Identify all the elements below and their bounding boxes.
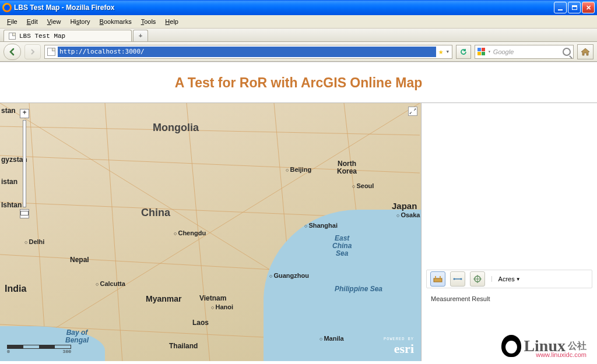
city-label: Hanoi [211,303,233,310]
country-label: Myanmar [146,294,181,303]
penguin-icon [501,335,521,357]
svg-line-4 [29,103,47,361]
zoom-slider[interactable]: + − [20,109,29,225]
measure-location-button[interactable] [470,271,485,287]
svg-rect-14 [440,276,441,278]
menubar: FFileile Edit View History Bookmarks Too… [0,15,597,28]
country-label: Nepal [70,256,89,264]
menu-help[interactable]: Help [160,17,183,26]
city-label: Beijing [286,166,311,173]
reload-button[interactable] [456,45,471,59]
search-icon[interactable] [563,48,571,56]
svg-point-17 [461,278,462,280]
site-icon [47,48,55,56]
sea-label: East China Sea [332,235,352,258]
city-label: Chengdu [174,229,206,236]
city-label: Manila [319,335,344,342]
tab-title: LBS Test Map [19,33,65,40]
menu-file[interactable]: FFileile [2,17,22,26]
measurement-result-label: Measurement Result [431,295,490,302]
page-title: A Test for RoR with ArcGIS Online Map [0,62,597,103]
url-bar[interactable]: ★ ▾ [44,45,452,59]
zoom-track[interactable] [23,120,26,207]
svg-line-0 [0,126,420,135]
watermark: Linux公社 www.linuxidc.com [501,335,587,357]
close-button[interactable]: ✕ [582,2,595,13]
window-title: LBS Test Map - Mozilla Firefox [14,3,554,12]
measurement-toolbar: | Acres ▼ [426,270,592,288]
menu-bookmarks[interactable]: Bookmarks [95,17,136,26]
country-label: Ishtan [1,201,22,209]
page-icon [9,33,16,40]
search-placeholder: Google [493,48,560,55]
unit-select[interactable]: Acres ▼ [498,275,521,282]
country-label: Vietnam [199,294,226,302]
country-label: China [141,207,170,219]
side-panel: | Acres ▼ Measurement Result [421,103,597,361]
map-canvas[interactable]: Mongolia China India Nepal Myanmar Vietn… [0,103,421,361]
forward-button[interactable] [24,44,41,59]
back-button[interactable] [3,44,21,60]
menu-edit[interactable]: Edit [22,17,43,26]
city-label: Calcutta [96,280,125,287]
city-label: Seoul [352,182,374,189]
country-label: India [5,284,26,294]
tab-strip: LBS Test Map + [0,28,597,42]
menu-tools[interactable]: Tools [136,17,161,26]
country-label: Mongolia [153,122,199,134]
city-label: Guangzhou [269,272,309,279]
firefox-icon [2,3,12,12]
city-label: Osaka [396,211,420,218]
country-label: istan [1,178,17,186]
chevron-down-icon: ▼ [516,277,521,282]
dropdown-icon[interactable]: ▾ [445,48,449,55]
tab-active[interactable]: LBS Test Map [3,30,132,41]
svg-rect-13 [435,276,436,278]
sea-label: Philippine Sea [335,285,382,293]
svg-point-16 [454,278,455,280]
sea-region [0,326,105,361]
bookmark-star-icon[interactable]: ★ [438,47,443,56]
measure-distance-button[interactable] [450,271,465,287]
expand-icon[interactable] [408,107,417,116]
zoom-in-button[interactable]: + [20,109,29,118]
svg-line-5 [105,103,122,361]
menu-history[interactable]: History [65,17,94,26]
maximize-button[interactable] [568,2,581,13]
measure-area-button[interactable] [430,271,445,287]
scale-bar: 0300 [7,345,71,353]
google-icon [477,48,486,56]
url-input[interactable] [58,47,436,57]
new-tab-button[interactable]: + [133,30,148,41]
window-titlebar: LBS Test Map - Mozilla Firefox ✕ [0,0,597,15]
menu-view[interactable]: View [43,17,66,26]
home-button[interactable] [577,44,594,59]
sea-label: Bay of Bengal [65,329,89,344]
city-label: Shanghai [304,222,338,229]
minimize-button[interactable] [554,2,567,13]
country-label: Laos [192,319,209,327]
search-box[interactable]: ▾ Google [475,45,574,59]
country-label: North Korea [337,160,357,175]
svg-rect-12 [434,278,442,282]
country-label: Thailand [169,342,198,350]
nav-toolbar: ★ ▾ ▾ Google [0,42,597,62]
country-label: Japan [392,201,417,211]
zoom-handle[interactable] [20,211,29,215]
city-label: Delhi [24,238,44,245]
country-label: stan [1,107,16,115]
map-attribution: POWERED BY esri [384,337,414,356]
